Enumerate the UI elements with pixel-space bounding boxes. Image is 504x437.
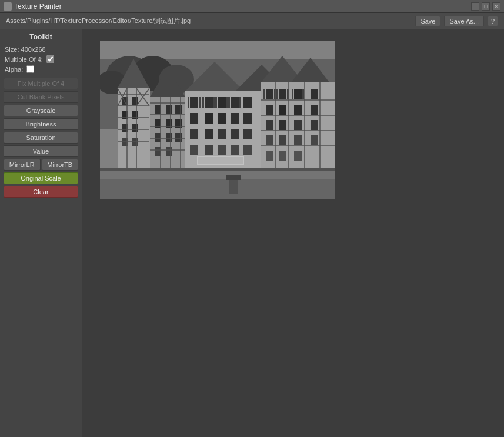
file-path: Assets/Plugins/HT/TextureProcessor/Edito… [6,16,191,25]
sidebar: Toolkit Size: 400x268 Multiple Of 4: Alp… [0,29,82,437]
app-title: Texture Painter [14,2,62,11]
canvas-area [82,29,504,437]
path-bar: Assets/Plugins/HT/TextureProcessor/Edito… [0,13,504,29]
size-info: Size: 400x268 [4,46,78,53]
close-button[interactable]: × [492,2,500,11]
app-icon [4,2,12,11]
save-button[interactable]: Save [415,16,440,26]
texture-image [100,41,335,199]
maximize-button[interactable]: □ [482,2,490,11]
mirror-lr-button[interactable]: MirrorLR [4,159,41,171]
main-layout: Toolkit Size: 400x268 Multiple Of 4: Alp… [0,29,504,437]
image-container [100,41,335,199]
window-controls: _ □ × [471,2,500,11]
help-button[interactable]: ? [488,16,498,26]
value-button[interactable]: Value [4,145,78,157]
saturation-button[interactable]: Saturation [4,132,78,144]
alpha-row: Alpha: [4,65,78,73]
multiple-of-label: Multiple Of 4: [5,56,43,63]
cut-blank-button[interactable]: Cut Blank Pixels [4,91,78,103]
save-as-button[interactable]: Save As... [444,16,484,26]
clear-button[interactable]: Clear [4,186,78,198]
path-actions: Save Save As... ? [415,16,498,26]
minimize-button[interactable]: _ [471,2,479,11]
title-bar: Texture Painter _ □ × [0,0,504,13]
brightness-button[interactable]: Brightness [4,118,78,130]
mirror-row: MirrorLR MirrorTB [4,159,78,171]
alpha-label: Alpha: [5,66,23,73]
fix-multiple-button[interactable]: Fix Multiple Of 4 [4,78,78,89]
multiple-of-row: Multiple Of 4: [4,55,78,63]
mirror-tb-button[interactable]: MirrorTB [42,159,79,171]
grayscale-button[interactable]: Grayscale [4,105,78,116]
toolkit-title: Toolkit [4,33,78,41]
multiple-of-checkbox[interactable] [46,55,54,63]
alpha-checkbox[interactable] [26,65,34,73]
svg-rect-123 [100,41,335,199]
original-scale-button[interactable]: Original Scale [4,172,78,184]
